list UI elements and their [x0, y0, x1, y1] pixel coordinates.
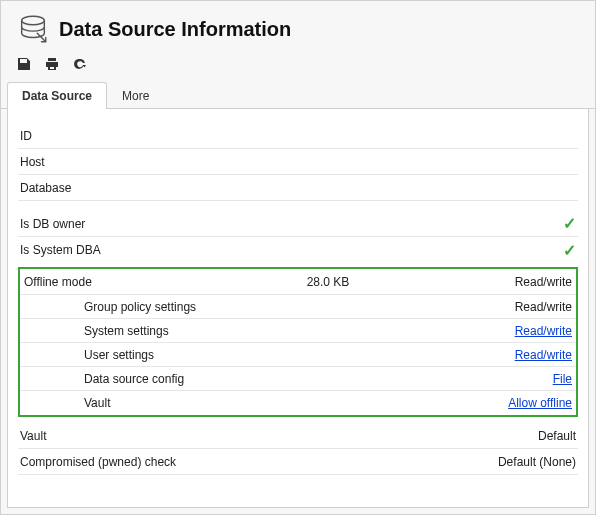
- value-offline-mode: Read/write: [452, 275, 572, 289]
- label-compromised-check: Compromised (pwned) check: [20, 455, 456, 469]
- row-database: Database: [18, 175, 578, 201]
- link-user-settings[interactable]: Read/write: [452, 348, 572, 362]
- value-compromised-check: Default (None): [456, 455, 576, 469]
- label-user-settings: User settings: [84, 348, 452, 362]
- window: Data Source Information Data Source More…: [0, 0, 596, 515]
- row-offline-mode: Offline mode 28.0 KB Read/write: [20, 269, 576, 295]
- tab-more[interactable]: More: [107, 82, 164, 109]
- row-id: ID: [18, 123, 578, 149]
- app-icon: [13, 9, 53, 49]
- row-is-db-owner: Is DB owner ✓: [18, 211, 578, 237]
- toolbar: [1, 53, 595, 81]
- label-vault: Vault: [20, 429, 200, 443]
- row-vault-offline: Vault Allow offline: [20, 391, 576, 415]
- offline-mode-group: Offline mode 28.0 KB Read/write Group po…: [18, 267, 578, 417]
- label-database: Database: [20, 181, 200, 195]
- tab-label: More: [122, 89, 149, 103]
- row-compromised-check: Compromised (pwned) check Default (None): [18, 449, 578, 475]
- label-id: ID: [20, 129, 200, 143]
- label-offline-mode: Offline mode: [24, 275, 204, 289]
- tab-label: Data Source: [22, 89, 92, 103]
- link-system-settings[interactable]: Read/write: [452, 324, 572, 338]
- row-is-system-dba: Is System DBA ✓: [18, 237, 578, 263]
- label-host: Host: [20, 155, 200, 169]
- row-data-source-config: Data source config File: [20, 367, 576, 391]
- label-system-settings: System settings: [84, 324, 452, 338]
- check-icon: ✓: [456, 241, 576, 260]
- svg-point-0: [22, 16, 45, 25]
- save-icon[interactable]: [15, 55, 33, 73]
- label-is-db-owner: Is DB owner: [20, 217, 200, 231]
- row-system-settings: System settings Read/write: [20, 319, 576, 343]
- label-vault-offline: Vault: [84, 396, 452, 410]
- tab-data-source[interactable]: Data Source: [7, 82, 107, 109]
- check-icon: ✓: [456, 214, 576, 233]
- value-offline-size: 28.0 KB: [204, 275, 452, 289]
- value-group-policy-settings: Read/write: [452, 300, 572, 314]
- header: Data Source Information: [1, 1, 595, 53]
- link-vault-offline[interactable]: Allow offline: [452, 396, 572, 410]
- page-title: Data Source Information: [59, 18, 291, 41]
- print-icon[interactable]: [43, 55, 61, 73]
- value-vault: Default: [456, 429, 576, 443]
- row-user-settings: User settings Read/write: [20, 343, 576, 367]
- label-group-policy-settings: Group policy settings: [84, 300, 452, 314]
- tabbar: Data Source More: [1, 81, 595, 109]
- link-data-source-config[interactable]: File: [452, 372, 572, 386]
- refresh-icon[interactable]: [71, 55, 89, 73]
- row-vault: Vault Default: [18, 423, 578, 449]
- row-group-policy-settings: Group policy settings Read/write: [20, 295, 576, 319]
- panel-data-source: ID Host Database Is DB owner ✓ Is System…: [7, 109, 589, 508]
- label-data-source-config: Data source config: [84, 372, 452, 386]
- label-is-system-dba: Is System DBA: [20, 243, 200, 257]
- row-host: Host: [18, 149, 578, 175]
